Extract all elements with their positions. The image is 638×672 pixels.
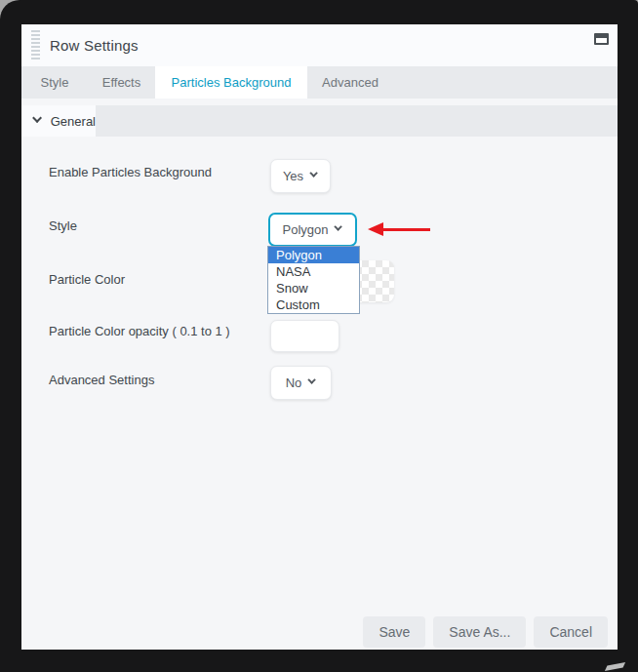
dropdown-option-snow[interactable]: Snow xyxy=(268,280,359,296)
cancel-button[interactable]: Cancel xyxy=(534,616,608,648)
enable-particles-select[interactable]: Yes xyxy=(270,159,331,193)
opacity-input[interactable] xyxy=(270,320,339,352)
arrow-head xyxy=(368,222,383,236)
dropdown-option-nasa[interactable]: NASA xyxy=(268,263,359,280)
red-left-arrow xyxy=(368,222,432,237)
save-button[interactable]: Save xyxy=(363,616,425,648)
advanced-settings-label: Advanced Settings xyxy=(49,373,154,387)
opacity-label: Particle Color opacity ( 0.1 to 1 ) xyxy=(49,324,230,338)
tab-bar: Style Effects Particles Background Advan… xyxy=(21,66,618,99)
tab-style[interactable]: Style xyxy=(21,66,88,99)
dialog-title: Row Settings xyxy=(50,37,139,54)
footer-actions: Save Save As... Cancel xyxy=(363,616,608,648)
enable-particles-label: Enable Particles Background xyxy=(49,165,212,179)
row-settings-dialog: Row Settings Style Effects Particles Bac… xyxy=(21,24,618,650)
select-value: Polygon xyxy=(283,222,329,237)
save-as-button[interactable]: Save As... xyxy=(433,616,526,648)
dropdown-option-polygon[interactable]: Polygon xyxy=(268,247,359,263)
tab-particles-background[interactable]: Particles Background xyxy=(155,66,307,99)
screen: Row Settings Style Effects Particles Bac… xyxy=(0,0,638,672)
chevron-down-icon xyxy=(335,222,342,230)
select-value: Yes xyxy=(283,169,303,183)
restore-window-icon[interactable] xyxy=(594,33,609,45)
section-general-label: General xyxy=(51,114,96,129)
section-general-header[interactable]: General xyxy=(21,105,96,137)
tab-effects[interactable]: Effects xyxy=(88,66,155,99)
particle-color-label: Particle Color xyxy=(49,272,125,287)
style-select[interactable]: Polygon xyxy=(268,213,357,247)
chevron-down-icon xyxy=(32,113,42,123)
chevron-down-icon xyxy=(308,376,316,383)
advanced-settings-select[interactable]: No xyxy=(270,366,332,400)
select-value: No xyxy=(286,376,302,390)
chevron-down-icon xyxy=(309,169,317,177)
dropdown-option-custom[interactable]: Custom xyxy=(268,296,359,313)
grip-lines-icon[interactable] xyxy=(31,30,40,60)
style-label: Style xyxy=(49,218,77,233)
style-dropdown-list: Polygon NASA Snow Custom xyxy=(267,246,360,314)
arrow-shaft xyxy=(380,228,430,231)
dialog-titlebar: Row Settings xyxy=(21,24,618,66)
section-row: General xyxy=(21,105,618,137)
tab-advanced[interactable]: Advanced xyxy=(307,66,393,99)
